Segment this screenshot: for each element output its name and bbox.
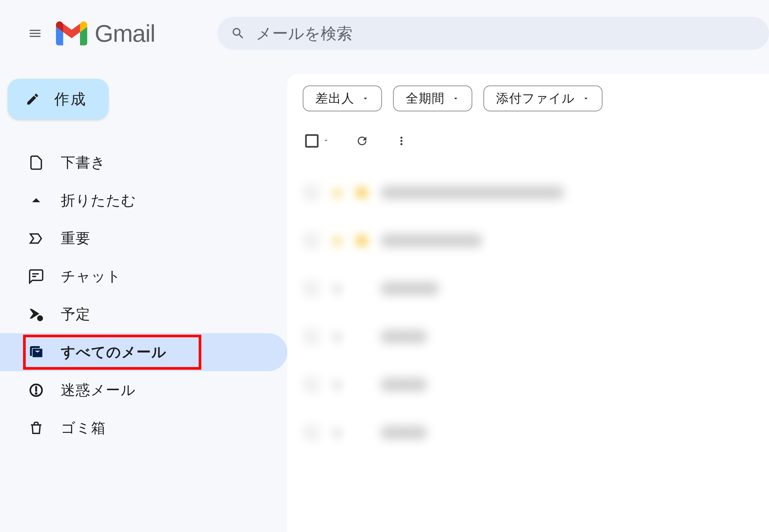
hamburger-icon [26, 26, 44, 41]
schedule-icon [28, 307, 44, 322]
trash-icon [28, 420, 44, 436]
sidebar-item-label: チャット [61, 267, 121, 286]
more-button[interactable] [395, 134, 408, 147]
sidebar-nav: 下書き折りたたむ重要チャット予定すべてのメール迷惑メールゴミ箱 [0, 144, 287, 447]
main-menu-button[interactable] [26, 26, 44, 41]
label-dot [357, 380, 366, 389]
label-dot [357, 332, 366, 341]
star-icon[interactable] [331, 331, 342, 342]
row-checkbox[interactable] [305, 379, 317, 391]
sidebar-item-label: 重要 [61, 229, 91, 248]
sidebar: 作成 下書き折りたたむ重要チャット予定すべてのメール迷惑メールゴミ箱 [0, 67, 287, 532]
sidebar-item-label: 迷惑メール [61, 381, 136, 400]
main-panel: 差出人全期間添付ファイル [287, 74, 769, 532]
sender-placeholder [381, 378, 427, 391]
compose-button[interactable]: 作成 [8, 79, 109, 120]
svg-point-2 [35, 392, 37, 394]
all-mail-icon [28, 345, 44, 360]
label-dot [357, 188, 366, 197]
select-all-dropdown[interactable] [323, 137, 329, 145]
chevron-up-icon [28, 193, 44, 208]
sidebar-item-label: ゴミ箱 [61, 418, 106, 438]
chip-label: 差出人 [315, 90, 354, 107]
more-vert-icon [395, 134, 408, 147]
sender-placeholder [381, 330, 427, 343]
star-icon[interactable] [331, 187, 342, 198]
mail-row[interactable] [287, 313, 769, 361]
mail-row[interactable] [287, 265, 769, 313]
sender-placeholder [381, 186, 564, 199]
sidebar-item-important[interactable]: 重要 [0, 219, 287, 257]
gmail-m-icon [56, 21, 87, 45]
sidebar-item-label: すべてのメール [61, 343, 166, 362]
compose-label: 作成 [54, 89, 87, 109]
label-dot [357, 284, 366, 293]
sidebar-item-chevron-up[interactable]: 折りたたむ [0, 181, 287, 219]
header: Gmail [0, 0, 769, 67]
label-dot [357, 428, 366, 437]
star-icon[interactable] [331, 379, 342, 390]
sender-placeholder [381, 282, 439, 295]
caret-down-icon [361, 95, 369, 102]
mail-row[interactable] [287, 169, 769, 217]
caret-down-icon [582, 95, 590, 102]
search-bar[interactable] [217, 17, 769, 50]
filter-chip[interactable]: 全期間 [393, 85, 472, 111]
mail-row[interactable] [287, 361, 769, 409]
mail-row[interactable] [287, 409, 769, 457]
search-icon [231, 26, 245, 41]
label-dot [357, 236, 366, 245]
refresh-button[interactable] [355, 134, 368, 147]
sidebar-item-label: 折りたたむ [61, 191, 136, 210]
search-input[interactable] [256, 24, 769, 42]
gmail-wordmark: Gmail [95, 20, 155, 47]
row-checkbox[interactable] [305, 331, 317, 343]
row-checkbox[interactable] [305, 283, 317, 295]
filter-chip[interactable]: 添付ファイル [483, 85, 603, 111]
caret-down-icon [323, 137, 329, 144]
star-icon[interactable] [331, 283, 342, 294]
chip-label: 添付ファイル [496, 90, 575, 107]
row-checkbox[interactable] [305, 187, 317, 199]
mail-toolbar [287, 123, 769, 159]
gmail-logo[interactable]: Gmail [56, 20, 155, 47]
sidebar-item-file[interactable]: 下書き [0, 144, 287, 181]
sidebar-item-chat[interactable]: チャット [0, 257, 287, 295]
sidebar-item-schedule[interactable]: 予定 [0, 295, 287, 333]
select-all-checkbox[interactable] [305, 134, 318, 148]
sidebar-item-spam[interactable]: 迷惑メール [0, 371, 287, 409]
refresh-icon [355, 134, 368, 147]
mail-list [287, 159, 769, 532]
svg-point-0 [37, 315, 43, 321]
select-all[interactable] [305, 134, 329, 148]
star-icon[interactable] [331, 427, 342, 438]
filter-chips: 差出人全期間添付ファイル [287, 74, 769, 123]
file-icon [28, 155, 44, 170]
sidebar-item-label: 予定 [61, 305, 91, 324]
chip-label: 全期間 [406, 90, 445, 107]
sender-placeholder [381, 426, 427, 439]
chat-icon [28, 269, 44, 284]
star-icon[interactable] [331, 235, 342, 246]
row-checkbox[interactable] [305, 235, 317, 247]
sender-placeholder [381, 234, 482, 247]
sidebar-item-all-mail[interactable]: すべてのメール [0, 333, 287, 371]
sidebar-item-trash[interactable]: ゴミ箱 [0, 409, 287, 447]
spam-icon [28, 382, 44, 398]
mail-row[interactable] [287, 217, 769, 265]
sidebar-item-label: 下書き [61, 153, 106, 172]
important-icon [28, 231, 44, 246]
caret-down-icon [452, 95, 460, 102]
filter-chip[interactable]: 差出人 [303, 85, 382, 111]
pencil-icon [25, 92, 40, 106]
row-checkbox[interactable] [305, 427, 317, 439]
